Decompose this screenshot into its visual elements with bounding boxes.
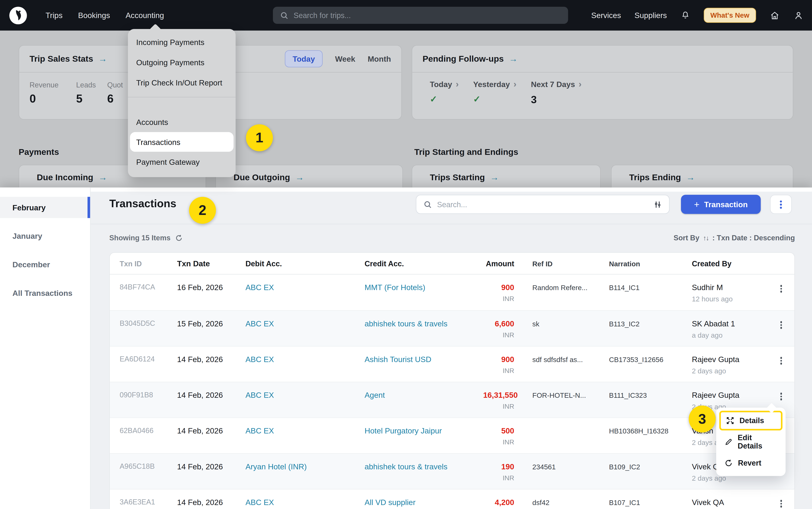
sidebar-item-february[interactable]: February xyxy=(0,197,90,218)
debit-account-link[interactable]: ABC EX xyxy=(245,498,364,509)
sidebar-item-december[interactable]: December xyxy=(0,254,90,275)
trip-sales-stats-title[interactable]: Trip Sales Stats xyxy=(30,54,93,64)
txn-id: EA6D6124 xyxy=(119,355,177,382)
payments-section-heading: Payments xyxy=(19,147,59,157)
user-icon[interactable] xyxy=(793,10,804,21)
chevron-right-icon: › xyxy=(514,80,517,89)
pending-followups-card: Pending Follow-ups → Today›✓Yesterday›✓N… xyxy=(412,45,793,120)
context-menu-item-edit-details[interactable]: Edit Details xyxy=(719,432,782,452)
row-actions-button[interactable] xyxy=(776,498,786,507)
nav-item-suppliers[interactable]: Suppliers xyxy=(635,11,667,20)
created-by-name: Sudhir M xyxy=(692,283,767,292)
amount-value: 16,31,550 xyxy=(483,391,514,399)
row-context-menu: DetailsEdit DetailsRevert xyxy=(716,408,786,476)
credit-account-link[interactable]: Agent xyxy=(364,391,483,417)
due-incoming-title: Due Incoming xyxy=(37,172,93,182)
followup-link-next-7-days[interactable]: Next 7 Days› xyxy=(531,80,581,89)
created-by-name: Rajeev Gupta xyxy=(692,355,767,364)
plus-icon: + xyxy=(694,200,699,209)
arrow-right-icon: → xyxy=(98,54,107,64)
filter-sliders-icon[interactable] xyxy=(654,200,662,209)
context-menu-item-details[interactable]: Details xyxy=(719,411,782,430)
nav-item-bookings[interactable]: Bookings xyxy=(78,11,110,20)
tab-month[interactable]: Month xyxy=(368,51,391,67)
menu-item-incoming-payments[interactable]: Incoming Payments xyxy=(128,32,236,52)
debit-account-link[interactable]: ABC EX xyxy=(245,391,364,417)
tab-today[interactable]: Today xyxy=(285,50,323,67)
global-search-input[interactable] xyxy=(293,11,561,20)
col-header-credit-acc[interactable]: Credit Acc. xyxy=(364,259,483,268)
row-actions-button[interactable] xyxy=(776,319,786,329)
sort-control[interactable]: Sort By ↑↓ : Txn Date : Descending xyxy=(674,234,795,242)
nav-item-services[interactable]: Services xyxy=(591,11,621,20)
chevron-right-icon: › xyxy=(456,80,459,89)
kebab-icon xyxy=(780,199,782,209)
col-header-txn-id[interactable]: Txn ID xyxy=(119,259,177,268)
credit-account-link[interactable]: abhishek tours & travels xyxy=(364,462,483,489)
amount-cell: 6,600INR xyxy=(483,319,514,346)
pencil-icon xyxy=(725,438,733,446)
accounting-menu-top-group: Incoming PaymentsOutgoing PaymentsTrip C… xyxy=(128,32,236,93)
debit-account-link[interactable]: ABC EX xyxy=(245,283,364,310)
menu-item-transactions[interactable]: Transactions xyxy=(130,132,234,152)
amount-value: 190 xyxy=(483,462,514,471)
debit-account-link[interactable]: ABC EX xyxy=(245,355,364,382)
debit-account-link[interactable]: ABC EX xyxy=(245,426,364,453)
followup-yesterday: Yesterday›✓ xyxy=(473,80,517,106)
narration: B109_IC2 xyxy=(609,462,692,489)
menu-item-trip-check-in-out-report[interactable]: Trip Check In/Out Report xyxy=(128,73,236,93)
sidebar-item-all-transactions[interactable]: All Transactions xyxy=(0,282,90,304)
followup-link-today[interactable]: Today› xyxy=(430,80,459,89)
txn-id: 3A6E3EA1 xyxy=(119,498,177,509)
row-actions-button[interactable] xyxy=(776,391,786,400)
credit-account-link[interactable]: Hotel Purgatory Jaipur xyxy=(364,426,483,453)
col-header-debit-acc[interactable]: Debit Acc. xyxy=(245,259,364,268)
created-by-name: SK Abadat 1 xyxy=(692,319,767,328)
col-header-ref-id[interactable]: Ref ID xyxy=(532,259,609,268)
transactions-search-input[interactable] xyxy=(437,200,648,209)
debit-account-link[interactable]: ABC EX xyxy=(245,319,364,346)
global-search[interactable] xyxy=(273,7,568,24)
credit-account-link[interactable]: MMT (For Hotels) xyxy=(364,283,483,310)
credit-account-link[interactable]: Ashish Tourist USD xyxy=(364,355,483,382)
col-header-amount[interactable]: Amount xyxy=(483,259,514,268)
ref-id xyxy=(532,426,609,453)
row-actions-button[interactable] xyxy=(776,283,786,292)
bell-icon[interactable] xyxy=(680,10,690,20)
amount-cell: 900INR xyxy=(483,355,514,382)
credit-account-link[interactable]: abhishek tours & travels xyxy=(364,319,483,346)
pending-followups-title[interactable]: Pending Follow-ups xyxy=(423,54,504,64)
chevron-right-icon: › xyxy=(579,80,581,89)
menu-item-payment-gateway[interactable]: Payment Gateway xyxy=(128,152,236,172)
followup-link-yesterday[interactable]: Yesterday› xyxy=(473,80,517,89)
stat-label: Leads xyxy=(76,81,107,89)
stat-value: 0 xyxy=(30,92,76,106)
row-actions-button[interactable] xyxy=(776,355,786,364)
menu-item-accounts[interactable]: Accounts xyxy=(128,112,236,132)
transactions-search[interactable] xyxy=(416,195,670,214)
col-header-created-by[interactable]: Created By xyxy=(692,259,767,268)
whats-new-badge[interactable]: What's New xyxy=(704,8,756,23)
col-header-txn-date[interactable]: Txn Date xyxy=(177,259,245,268)
col-header-narration[interactable]: Narration xyxy=(609,259,692,268)
app-logo-icon[interactable] xyxy=(9,6,27,24)
menu-item-outgoing-payments[interactable]: Outgoing Payments xyxy=(128,52,236,73)
nav-item-trips[interactable]: Trips xyxy=(45,11,63,20)
due-outgoing-title: Due Outgoing xyxy=(234,172,290,182)
nav-item-accounting[interactable]: Accounting xyxy=(126,11,164,20)
check-icon: ✓ xyxy=(430,94,459,105)
credit-account-link[interactable]: All VD supplier xyxy=(364,498,483,509)
table-header-row: Txn IDTxn DateDebit Acc.Credit Acc.Amoun… xyxy=(110,253,795,275)
home-icon[interactable] xyxy=(770,10,780,21)
refresh-icon[interactable] xyxy=(175,234,183,241)
txn-date: 14 Feb, 2026 xyxy=(177,391,245,417)
debit-account-link[interactable]: Aryan Hotel (INR) xyxy=(245,462,364,489)
panel-more-actions-button[interactable] xyxy=(770,195,792,214)
add-transaction-button[interactable]: + Transaction xyxy=(681,195,761,214)
txn-date: 14 Feb, 2026 xyxy=(177,426,245,453)
tab-week[interactable]: Week xyxy=(335,51,355,67)
sidebar-item-january[interactable]: January xyxy=(0,225,90,246)
txn-date: 16 Feb, 2026 xyxy=(177,283,245,310)
context-menu-item-revert[interactable]: Revert xyxy=(719,453,782,473)
transactions-table: Txn IDTxn DateDebit Acc.Credit Acc.Amoun… xyxy=(109,252,795,509)
